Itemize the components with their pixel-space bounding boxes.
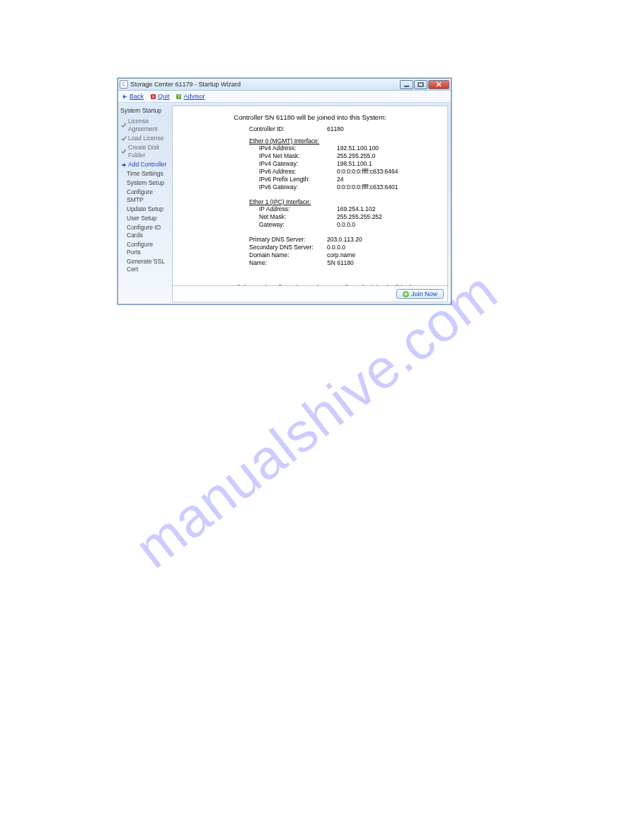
eth0-row: IPv6 Gateway:0:0:0:0:0:ffff:c633:6401 — [249, 183, 426, 191]
eth0-row: IPv6 Prefix Length:24 — [249, 176, 426, 183]
dns-row: Name:SN 61180 — [249, 259, 426, 267]
value: 0:0:0:0:0:ffff:c633:6401 — [337, 183, 426, 191]
sidebar-item-time-settings[interactable]: Time Settings — [120, 169, 168, 178]
content-box: Controller SN 61180 will be joined into … — [172, 106, 448, 286]
label: Domain Name: — [249, 251, 327, 259]
sidebar-item-label: Add Controller — [128, 161, 166, 169]
value: 169.254.1.102 — [337, 205, 426, 213]
sidebar-item-update-setup[interactable]: Update Setup — [120, 205, 168, 214]
sidebar-item-label: User Setup — [127, 215, 157, 222]
value: 61180 — [327, 125, 426, 133]
label: IPv6 Prefix Length: — [259, 176, 337, 183]
sidebar-item-label: Time Settings — [127, 170, 163, 178]
value: 255.255.255.0 — [337, 152, 426, 160]
eth0-row: IPv6 Address:0:0:0:0:0:ffff:c633:6464 — [249, 168, 426, 176]
dns-row: Domain Name:corp.name — [249, 251, 426, 259]
back-link[interactable]: Back — [130, 93, 144, 100]
maximize-button[interactable] — [414, 80, 427, 89]
window-title: Storage Center 61179 - Startup Wizard — [130, 81, 241, 88]
sidebar-item-label: System Setup — [127, 179, 164, 187]
sidebar-item-system-setup[interactable]: System Setup — [120, 178, 168, 188]
label: Name: — [249, 259, 327, 267]
value: 198.51.100.1 — [337, 160, 426, 168]
sidebar-item-label: Configure SMTP — [127, 188, 168, 204]
advisor-link[interactable]: Advisor — [184, 93, 205, 100]
toolbar: Back Quit ? Advisor — [118, 91, 451, 103]
label: Gateway: — [259, 221, 337, 229]
sidebar-item-create-disk-folder[interactable]: Create Disk Folder — [120, 143, 168, 160]
svg-rect-0 — [404, 86, 409, 87]
eth1-header: Ether 1 (IPC) Interface: — [249, 198, 426, 205]
quit-icon — [149, 93, 156, 100]
quit-button[interactable]: Quit — [149, 93, 170, 100]
sidebar-item-label: Update Setup — [127, 205, 163, 213]
footer-bar: Join Now — [172, 286, 448, 302]
eth0-row: IPv4 Net Mask:255.255.255.0 — [249, 152, 426, 160]
app-icon: C — [120, 80, 128, 89]
minimize-icon — [403, 82, 410, 87]
sidebar-item-configure-io-cards[interactable]: Configure IO Cards — [120, 223, 168, 240]
join-icon — [403, 291, 409, 297]
value: SN 61180 — [327, 259, 426, 267]
quit-link[interactable]: Quit — [158, 93, 170, 100]
sidebar-item-label: Create Disk Folder — [128, 144, 168, 159]
sidebar-item-configure-ports[interactable]: Configure Ports — [120, 240, 168, 257]
window-buttons — [399, 80, 449, 89]
wizard-window: C Storage Center 61179 - Startup Wizard … — [117, 78, 452, 305]
label: Primary DNS Server: — [249, 236, 327, 244]
label: IP Address: — [259, 205, 337, 213]
check-icon — [121, 123, 127, 128]
body: System Startup License Agreement Load Li… — [118, 103, 451, 305]
sidebar-item-label: Load License — [128, 135, 164, 142]
label: IPv6 Gateway: — [259, 183, 337, 191]
sidebar-item-label: Configure Ports — [127, 241, 168, 256]
title-bar[interactable]: C Storage Center 61179 - Startup Wizard — [118, 79, 451, 91]
back-arrow-icon — [121, 93, 128, 100]
value: 0:0:0:0:0:ffff:c633:6464 — [337, 168, 426, 176]
close-icon — [435, 81, 442, 87]
sidebar-item-load-license[interactable]: Load License — [120, 134, 168, 143]
watermark: manualshive.com — [122, 259, 509, 581]
close-button[interactable] — [428, 80, 449, 89]
check-icon — [121, 136, 127, 142]
eth1-row: Net Mask:255.255.255.252 — [249, 213, 426, 221]
advisor-icon: ? — [176, 93, 183, 100]
label: IPv4 Gateway: — [259, 160, 337, 168]
sidebar-heading: System Startup — [120, 106, 168, 117]
value: 0.0.0.0 — [337, 221, 426, 229]
value: corp.name — [327, 251, 426, 259]
svg-rect-1 — [418, 83, 423, 86]
join-label: Join Now — [411, 290, 437, 297]
check-icon — [121, 149, 127, 154]
minimize-button[interactable] — [400, 80, 413, 89]
eth1-row: Gateway:0.0.0.0 — [249, 221, 426, 229]
sidebar-item-user-setup[interactable]: User Setup — [120, 214, 168, 223]
sidebar-item-label: Generate SSL Cert — [127, 258, 168, 273]
label: IPv4 Address: — [259, 144, 337, 152]
sidebar-item-license-agreement[interactable]: License Agreement — [120, 117, 168, 134]
eth0-header: Ether 0 (MGMT) Interface: — [249, 137, 426, 144]
label: IPv6 Address: — [259, 168, 337, 176]
advisor-button[interactable]: ? Advisor — [176, 93, 205, 100]
dns-row: Primary DNS Server:203.0.113.20 — [249, 236, 426, 244]
sidebar-item-label: Configure IO Cards — [127, 224, 168, 239]
label: Secondary DNS Server: — [249, 244, 327, 251]
svg-text:?: ? — [178, 94, 180, 99]
sidebar-item-add-controller[interactable]: Add Controller — [120, 160, 168, 169]
eth1-row: IP Address:169.254.1.102 — [249, 205, 426, 213]
dns-row: Secondary DNS Server:0.0.0.0 — [249, 244, 426, 251]
sidebar-item-generate-ssl-cert[interactable]: Generate SSL Cert — [120, 257, 168, 274]
sidebar-item-configure-smtp[interactable]: Configure SMTP — [120, 188, 168, 205]
label: Controller ID: — [249, 125, 327, 133]
value: 24 — [337, 176, 426, 183]
value: 255.255.255.252 — [337, 213, 426, 221]
value: 0.0.0.0 — [327, 244, 426, 251]
sidebar-item-label: License Agreement — [128, 118, 168, 133]
controller-id-row: Controller ID: 61180 — [249, 125, 426, 133]
back-button[interactable]: Back — [121, 93, 144, 100]
sidebar: System Startup License Agreement Load Li… — [118, 103, 169, 305]
details-block: Controller ID: 61180 Ether 0 (MGMT) Inte… — [249, 125, 426, 267]
join-now-button[interactable]: Join Now — [396, 289, 444, 299]
headline: Controller SN 61180 will be joined into … — [178, 113, 442, 121]
label: IPv4 Net Mask: — [259, 152, 337, 160]
